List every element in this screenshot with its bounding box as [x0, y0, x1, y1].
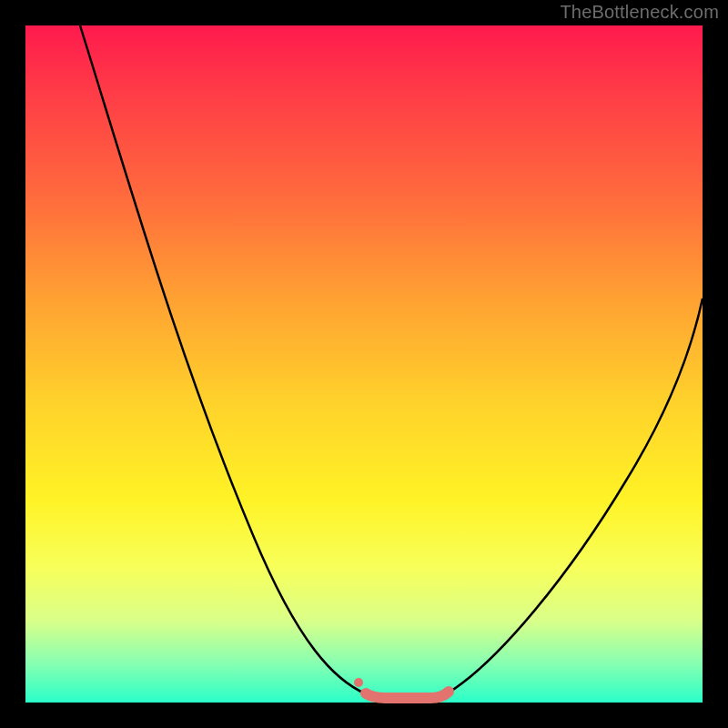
chart-frame: TheBottleneck.com: [0, 0, 728, 728]
marker-small-dot: [354, 678, 363, 687]
left-curve: [80, 25, 367, 694]
chart-plot-area: [25, 25, 703, 703]
chart-svg: [25, 25, 703, 703]
right-curve: [446, 298, 703, 694]
bottom-segment: [366, 692, 449, 698]
watermark-text: TheBottleneck.com: [560, 2, 719, 23]
